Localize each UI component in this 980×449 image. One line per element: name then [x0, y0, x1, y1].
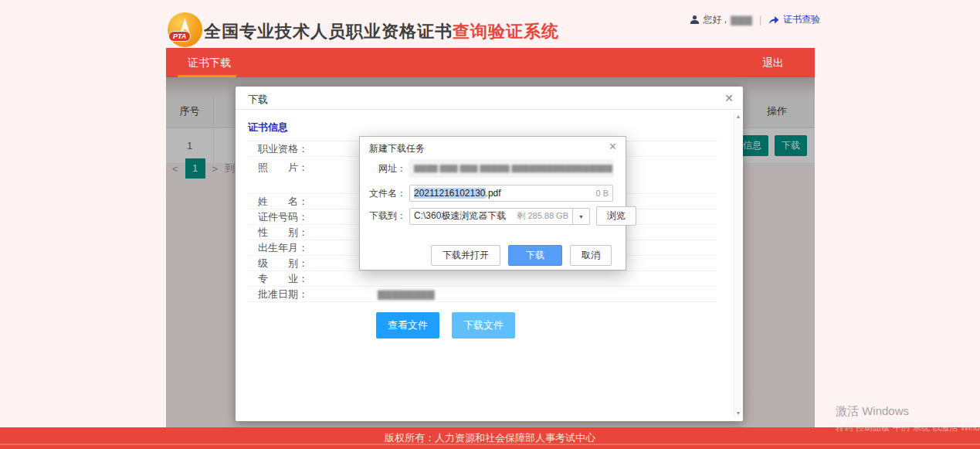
save-to-row: 下载到： C:\360极速浏览器下载 剩 285.88 GB ▼ 浏览 — [360, 206, 626, 226]
free-space-label: 剩 285.88 GB — [517, 210, 568, 222]
modal-header: 下载 ✕ — [236, 87, 743, 110]
filename-input[interactable]: 20211216102130.pdf 0 B — [409, 185, 613, 202]
field-label: 专 业： — [248, 272, 378, 286]
modal-title: 下载 — [248, 93, 268, 107]
page-title-accent: 查询验证系统 — [453, 22, 559, 41]
footer: 版权所有：人力资源和社会保障部人事考试中心 — [0, 427, 980, 449]
greeting-text: 您好 , — [704, 13, 727, 26]
footer-divider — [0, 444, 980, 445]
field-label: 批准日期： — [248, 287, 378, 301]
cert-verify-link[interactable]: 证书查验 — [783, 13, 820, 26]
field-label: 性 别： — [248, 226, 378, 240]
topbar-divider: | — [759, 15, 761, 26]
nav-bar: 证书下载 退出 — [166, 48, 815, 77]
scroll-up-icon[interactable]: ▲ — [734, 114, 742, 119]
new-download-task-dialog: 新建下载任务 ✕ 网址： ▇▇▇▇ ▇▇▇ ▇▇▇ ▇▇▇▇▇ ▇▇▇▇▇▇▇▇… — [359, 136, 626, 270]
field-label: 姓 名： — [248, 195, 378, 209]
filename-extension: .pdf — [486, 188, 501, 199]
save-path-text: C:\360极速浏览器下载 — [414, 209, 506, 223]
file-size-label: 0 B — [595, 189, 609, 198]
dialog-download-button[interactable]: 下载 — [508, 245, 562, 266]
page: PTA 全国专业技术人员职业资格证书查询验证系统 您好 , ▇▇▇ | 证书查验… — [0, 0, 980, 449]
logout-button[interactable]: 退出 — [762, 48, 784, 77]
download-file-button[interactable]: 下载文件 — [452, 312, 515, 338]
username-redacted: ▇▇▇ — [731, 15, 752, 26]
field-label: 职业资格： — [248, 142, 378, 156]
path-dropdown-icon[interactable]: ▼ — [573, 208, 590, 225]
dialog-close-icon[interactable]: ✕ — [609, 141, 617, 152]
url-input[interactable]: ▇▇▇▇ ▇▇▇ ▇▇▇ ▇▇▇▇▇ ▇▇▇▇▇▇▇▇▇▇▇▇▇▇▇▇▇▇▇▇▇… — [409, 160, 613, 177]
save-to-label: 下载到： — [366, 209, 406, 223]
modal-close-icon[interactable]: ✕ — [724, 92, 734, 104]
topbar: 您好 , ▇▇▇ | 证书查验 — [690, 13, 820, 26]
pta-logo-label: PTA — [168, 31, 191, 42]
field-row-major: 专 业： — [248, 271, 717, 287]
modal-buttons: 查看文件 下载文件 — [376, 312, 717, 338]
view-file-button[interactable]: 查看文件 — [376, 312, 439, 338]
page-title: 全国专业技术人员职业资格证书查询验证系统 — [204, 20, 559, 43]
dialog-title: 新建下载任务 — [369, 142, 425, 155]
url-row: 网址： ▇▇▇▇ ▇▇▇ ▇▇▇ ▇▇▇▇▇ ▇▇▇▇▇▇▇▇▇▇▇▇▇▇▇▇▇… — [360, 160, 626, 177]
field-label: 照 片： — [248, 161, 378, 175]
browse-button[interactable]: 浏览 — [596, 206, 636, 226]
filename-label: 文件名： — [366, 187, 406, 200]
share-arrow-icon[interactable] — [768, 15, 779, 25]
user-icon — [690, 15, 700, 25]
pta-logo-icon: PTA — [168, 12, 202, 47]
dialog-buttons: 下载并打开 下载 取消 — [431, 245, 612, 266]
filename-selected-text: 20211216102130 — [414, 188, 486, 199]
field-label: 证件号码： — [248, 210, 378, 224]
field-label: 出生年月： — [248, 241, 378, 255]
save-path-combobox[interactable]: C:\360极速浏览器下载 剩 285.88 GB — [409, 208, 573, 225]
tab-cert-download[interactable]: 证书下载 — [188, 48, 231, 77]
watermark-line1: 激活 Windows — [836, 404, 980, 419]
field-label: 级 别： — [248, 257, 378, 270]
modal-scrollbar[interactable]: ▲ ▼ — [734, 112, 741, 417]
scroll-down-icon[interactable]: ▼ — [734, 410, 742, 416]
page-title-main: 全国专业技术人员职业资格证书 — [204, 22, 453, 41]
field-row-approval-date: 批准日期： ▇▇▇▇▇▇▇▇ — [248, 287, 717, 302]
filename-row: 文件名： 20211216102130.pdf 0 B — [360, 185, 626, 202]
field-value-redacted: ▇▇▇▇▇▇▇▇ — [378, 289, 717, 300]
dialog-cancel-button[interactable]: 取消 — [570, 245, 612, 266]
url-label: 网址： — [366, 162, 406, 175]
download-and-open-button[interactable]: 下载并打开 — [431, 245, 500, 266]
